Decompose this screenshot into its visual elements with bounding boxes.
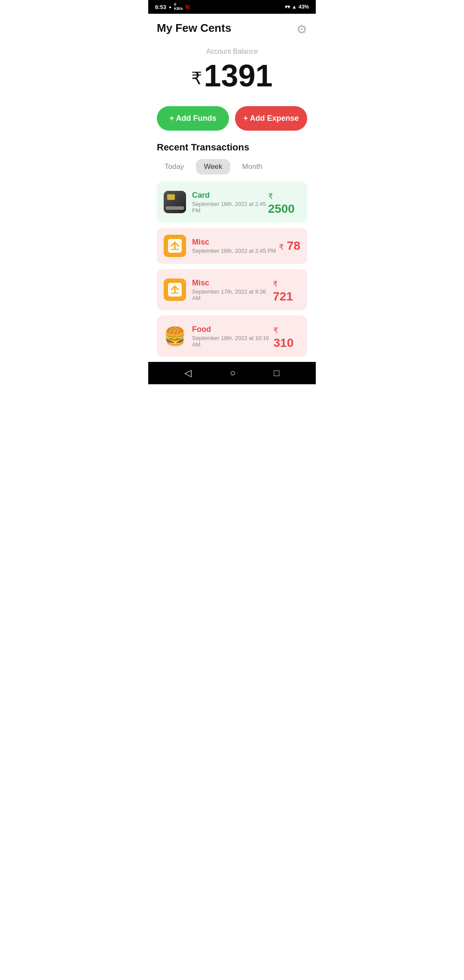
transaction-name: Food <box>192 325 273 334</box>
back-button[interactable]: ◁ <box>184 368 192 379</box>
amount-rupee: ₹ <box>279 243 284 251</box>
transaction-date: September 17th, 2022 at 9:36 AM <box>192 288 273 301</box>
misc-icon-1 <box>164 235 186 257</box>
transaction-amount: ₹ 78 <box>279 239 300 253</box>
currency-symbol: ₹ <box>191 68 202 88</box>
balance-section: Account Balance ₹ 1391 <box>148 39 316 98</box>
transaction-date: September 16th, 2022 at 2:45 PM <box>192 201 268 214</box>
balance-amount: ₹ 1391 <box>157 58 307 93</box>
transaction-info: Card September 16th, 2022 at 2:45 PM <box>192 191 268 214</box>
food-icon: 🍔 <box>164 325 186 347</box>
transaction-date: September 16th, 2022 at 2:45 PM <box>192 248 276 254</box>
card-icon <box>164 191 186 213</box>
transaction-left: Card September 16th, 2022 at 2:45 PM <box>164 191 268 214</box>
filter-tab-today[interactable]: Today <box>157 159 192 175</box>
netflix-icon: N <box>186 3 190 10</box>
data-speed: 0KB/s <box>174 3 183 11</box>
add-funds-button[interactable]: + Add Funds <box>157 106 229 131</box>
transaction-amount: ₹ 2500 <box>268 188 300 216</box>
amount-rupee: ₹ <box>273 326 278 335</box>
transaction-card-misc-1[interactable]: Misc September 16th, 2022 at 2:45 PM ₹ 7… <box>157 228 307 264</box>
transaction-card-misc-2[interactable]: Misc September 17th, 2022 at 9:36 AM ₹ 7… <box>157 269 307 310</box>
status-bar: 6:53 ● 0KB/s N ▾▾ ▲ 43% <box>148 0 316 14</box>
bottom-nav: ◁ ○ □ <box>148 362 316 384</box>
filter-tabs: Today Week Month <box>157 159 307 175</box>
app-content: My Few Cents ⚙ Account Balance ₹ 1391 + … <box>148 14 316 362</box>
transaction-info: Misc September 16th, 2022 at 2:45 PM <box>192 238 276 254</box>
filter-tab-week[interactable]: Week <box>196 159 230 175</box>
burger-emoji: 🍔 <box>164 326 186 347</box>
balance-label: Account Balance <box>157 48 307 55</box>
filter-tab-month[interactable]: Month <box>235 159 270 175</box>
transaction-info: Food September 18th, 2022 at 10:16 AM <box>192 325 273 348</box>
transactions-section: Recent Transactions Today Week Month Car… <box>148 135 316 357</box>
amount-rupee: ₹ <box>273 280 278 288</box>
app-title: My Few Cents <box>157 21 231 35</box>
action-buttons: + Add Funds + Add Expense <box>148 98 316 135</box>
transaction-name: Misc <box>192 279 273 288</box>
transaction-card-card[interactable]: Card September 16th, 2022 at 2:45 PM ₹ 2… <box>157 181 307 223</box>
balance-value: 1391 <box>204 58 272 93</box>
status-left: 6:53 ● 0KB/s N <box>155 3 190 11</box>
signal-icon: ▲ <box>292 4 297 10</box>
app-header: My Few Cents ⚙ <box>148 14 316 39</box>
time-display: 6:53 <box>155 4 166 10</box>
transaction-card-food[interactable]: 🍔 Food September 18th, 2022 at 10:16 AM … <box>157 315 307 357</box>
transaction-left: 🍔 Food September 18th, 2022 at 10:16 AM <box>164 325 273 348</box>
transaction-amount: ₹ 310 <box>273 322 300 350</box>
amount-rupee: ₹ <box>268 192 273 201</box>
transaction-name: Misc <box>192 238 276 247</box>
transaction-info: Misc September 17th, 2022 at 9:36 AM <box>192 279 273 301</box>
add-expense-button[interactable]: + Add Expense <box>235 106 307 131</box>
battery-display: 43% <box>299 4 309 10</box>
recents-button[interactable]: □ <box>274 368 279 379</box>
home-button[interactable]: ○ <box>230 368 235 379</box>
wifi-icon: ▾▾ <box>285 4 290 10</box>
section-title: Recent Transactions <box>157 142 307 153</box>
transaction-left: Misc September 17th, 2022 at 9:36 AM <box>164 279 273 301</box>
notification-dot: ● <box>169 5 171 9</box>
settings-icon[interactable]: ⚙ <box>296 22 307 37</box>
transaction-date: September 18th, 2022 at 10:16 AM <box>192 335 273 348</box>
transaction-left: Misc September 16th, 2022 at 2:45 PM <box>164 235 276 257</box>
transaction-amount: ₹ 721 <box>273 276 300 303</box>
misc-icon-2 <box>164 279 186 301</box>
status-right: ▾▾ ▲ 43% <box>285 4 309 10</box>
transaction-name: Card <box>192 191 268 200</box>
